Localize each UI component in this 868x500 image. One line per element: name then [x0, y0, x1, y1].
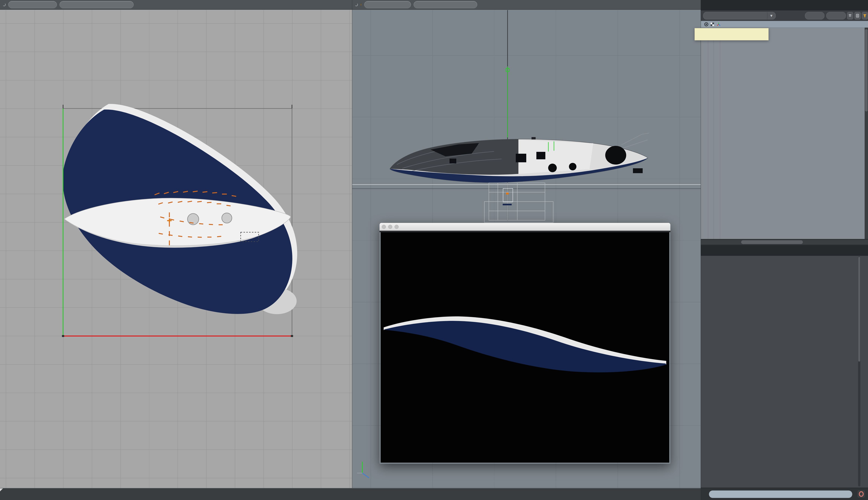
filter-button[interactable] [826, 12, 846, 20]
funnel-filter-icon[interactable] [862, 12, 868, 20]
status-bar [0, 488, 701, 500]
uv-map-selector[interactable] [59, 1, 134, 8]
axis-widget [357, 462, 369, 478]
render-column-icon [710, 22, 715, 27]
window-close-icon[interactable] [382, 225, 386, 229]
tooltip [694, 28, 769, 41]
aircraft-side-view[interactable] [390, 133, 649, 182]
uv-toolbar [0, 0, 352, 10]
tree-vertical-scrollbar[interactable] [865, 28, 868, 239]
shading-style-selector[interactable] [414, 1, 477, 8]
uv-editor-viewport [0, 0, 352, 488]
axis-column-icon [716, 22, 721, 27]
uv-map-drawing [0, 10, 352, 488]
image-viewer-toolbar-strip [380, 231, 670, 232]
view-direction-selector[interactable] [364, 1, 411, 8]
items-action-row: ▼ [701, 10, 868, 21]
right-panel: ▼ [701, 0, 868, 500]
image-viewer-window[interactable] [380, 223, 670, 464]
items-tab-bar [701, 0, 868, 10]
properties-tab-bar [701, 245, 868, 256]
pie-menu-icon[interactable] [3, 3, 5, 6]
pie-menu-icon[interactable] [355, 3, 358, 6]
command-input[interactable] [709, 490, 853, 498]
3d-toolbar [352, 0, 701, 10]
viewport-led-icon [360, 3, 361, 7]
uv-options-button[interactable] [8, 1, 57, 8]
uv-canvas[interactable] [0, 10, 352, 488]
item-tree [701, 28, 868, 239]
columns-icon[interactable] [847, 12, 854, 20]
modo-application: ▼ [0, 0, 868, 500]
texture-preview [381, 232, 669, 463]
properties-form [701, 256, 858, 488]
command-bar [701, 488, 868, 500]
visibility-column-icon [704, 22, 709, 27]
image-viewer-titlebar[interactable] [380, 223, 670, 231]
list-icon[interactable] [854, 12, 861, 20]
tree-header-row [701, 21, 868, 28]
properties-scrollbar[interactable] [858, 257, 860, 487]
image-viewer-canvas[interactable] [381, 232, 669, 463]
window-zoom-icon[interactable] [394, 225, 399, 229]
select-button[interactable] [805, 12, 824, 20]
window-minimize-icon[interactable] [388, 225, 392, 229]
command-history-icon[interactable] [857, 490, 865, 498]
add-item-button[interactable] [703, 12, 767, 20]
add-item-dropdown-icon[interactable]: ▼ [767, 12, 776, 20]
status-fold-icon [0, 488, 3, 491]
tree-horizontal-scrollbar[interactable] [701, 240, 868, 245]
properties-panel [701, 245, 868, 488]
